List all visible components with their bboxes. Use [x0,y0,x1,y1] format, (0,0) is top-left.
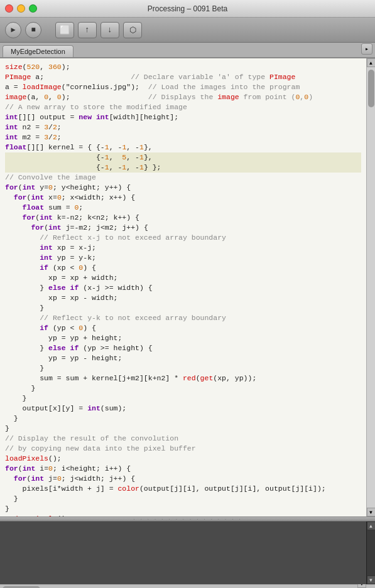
code-line: xp = xp - width; [5,293,361,303]
code-line: PImage a; // Declare variable 'a' of typ… [5,72,361,82]
code-line: pixels[i*width + j] = color(output[j][i]… [5,484,361,494]
code-line: {-1, 5, -1}, [5,152,361,163]
window-title: Processing – 0091 Beta [148,4,227,13]
code-line: } [5,383,361,393]
save-icon: ↓ [107,25,112,35]
code-line: if (yp < 0) { [5,323,361,333]
code-line: image(a, 0, 0); // Displays the image fr… [5,92,361,102]
stop-button[interactable]: ■ [25,22,41,38]
code-line: a = loadImage("cornelius.jpg"); // Load … [5,82,361,92]
code-line: int n2 = 3/2; [5,122,361,132]
code-line: } [5,494,361,504]
vertical-scrollbar[interactable]: ▲ ▼ [366,58,375,516]
save-button[interactable]: ↓ [101,22,119,38]
stop-icon: ■ [31,26,35,35]
code-line: updatePixels(); [5,514,361,516]
scroll-down-arrow[interactable]: ▼ [367,508,376,516]
new-icon: ⬜ [60,25,70,35]
export-icon: ⬡ [129,25,136,35]
code-line: int[][] output = new int[width][height]; [5,112,361,122]
tab-bar: MyEdgeDetection ▸ [0,43,375,58]
code-line: if (xp < 0) { [5,263,361,273]
code-line: for(int k=-n2; k<n2; k++) { [5,213,361,223]
new-button[interactable]: ⬜ [55,22,74,38]
export-button[interactable]: ⬡ [123,22,142,38]
code-line: // Reflect y-k to not exceed array bound… [5,313,361,323]
code-line: // Convolve the image [5,173,361,183]
code-line: for(int y=0; y<height; y++) { [5,183,361,193]
horizontal-scrollbar[interactable] [0,584,375,588]
code-line: yp = yp - height; [5,353,361,363]
code-line: sum = sum + kernel[j+m2][k+n2] * red(get… [5,373,361,383]
code-line: for(int j=0; j<width; j++) { [5,474,361,484]
splitter-handle: · · · · · · · · · · · · · · · · [133,517,242,521]
code-editor[interactable]: size(520, 360);PImage a; // Declare vari… [0,58,366,516]
code-line: int m2 = 3/2; [5,132,361,142]
scroll-up-arrow[interactable]: ▲ [367,58,376,67]
code-line: for(int j=-m2; j<m2; j++) { [5,223,361,233]
code-line: for(int x=0; x<width; x++) { [5,193,361,203]
code-line: int yp = y-k; [5,253,361,263]
code-line: {-1, -1, -1} }; [5,163,361,173]
code-line: // Display the result of the convolution [5,434,361,444]
code-line: int xp = x-j; [5,243,361,253]
run-icon: ▶ [11,25,15,35]
title-bar: Processing – 0091 Beta [0,0,375,18]
tab-arrow-icon: ▸ [365,45,369,53]
open-button[interactable]: ↑ [78,22,97,38]
toolbar: ▶ ■ ⬜ ↑ ↓ ⬡ [0,18,375,43]
open-icon: ↑ [85,25,90,35]
scroll-thumb[interactable] [368,70,374,107]
code-line: size(520, 360); [5,62,361,72]
console-scroll-up[interactable]: ▲ [367,521,376,530]
minimize-button[interactable] [17,4,25,13]
code-line: // by copying new data into the pixel bu… [5,444,361,454]
code-line: } [5,424,361,434]
code-line: for(int i=0; i<height; i++) { [5,464,361,474]
code-line: } else if (yp >= height) { [5,343,361,353]
window-controls [5,4,37,13]
maximize-button[interactable] [29,4,37,13]
code-line: } else if (x-j >= width) { [5,283,361,293]
code-line: loadPixels(); [5,454,361,464]
tab-myedgedetection[interactable]: MyEdgeDetection [3,45,73,57]
console-area: ▲ ▼ [0,521,375,584]
code-line: } [5,393,361,404]
code-line: xp = xp + width; [5,273,361,283]
editor-container: size(520, 360);PImage a; // Declare vari… [0,58,375,516]
console-scrollbar[interactable]: ▲ ▼ [366,521,375,584]
code-line: float[][] kernel = { {-1, -1, -1}, [5,142,361,152]
code-line: } [5,363,361,373]
code-line: output[x][y] = int(sum); [5,404,361,414]
code-line: // A new array to store the modified ima… [5,102,361,112]
horizontal-scroll-thumb[interactable] [3,586,40,589]
code-line: } [5,504,361,514]
code-line: yp = yp + height; [5,333,361,343]
code-line: // Reflect x-j to not exceed array bound… [5,233,361,243]
code-line: float sum = 0; [5,203,361,213]
run-button[interactable]: ▶ [5,22,21,38]
code-line: } [5,414,361,424]
code-line: } [5,303,361,313]
close-button[interactable] [5,4,13,13]
splitter[interactable]: · · · · · · · · · · · · · · · · ▼ [0,516,375,521]
console-output [0,521,366,584]
tab-label: MyEdgeDetection [11,48,65,55]
tab-arrow-button[interactable]: ▸ [361,43,372,55]
console-scroll-down[interactable]: ▼ [367,575,376,584]
